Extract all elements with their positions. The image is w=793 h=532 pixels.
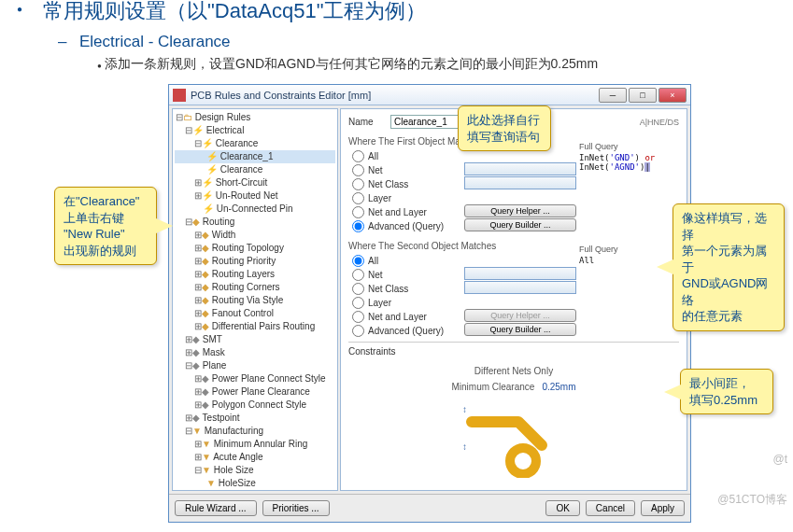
combo-netclass-1[interactable] xyxy=(464,176,576,189)
window-title: PCB Rules and Constraints Editor [mm] xyxy=(191,90,599,101)
radio-all-1[interactable] xyxy=(352,150,364,162)
tree-fanout[interactable]: Fanout Control xyxy=(212,308,274,318)
tree-mfg[interactable]: Manufacturing xyxy=(205,426,263,436)
tree-smt[interactable]: SMT xyxy=(203,334,222,344)
tree-rlayers[interactable]: Routing Layers xyxy=(212,269,275,279)
watermark: @51CTO博客 xyxy=(717,492,787,508)
tree-holesize[interactable]: Hole Size xyxy=(214,465,254,475)
svg-point-0 xyxy=(510,448,536,474)
minimize-button[interactable]: ─ xyxy=(599,88,627,103)
callout-new-rule: 在"Clearance" 上单击右键 "New Rule" 出现新的规则 xyxy=(54,187,157,265)
label-net: Net xyxy=(368,165,383,175)
query-helper-button-1[interactable]: Query Helper ... xyxy=(464,204,576,217)
button-bar: Rule Wizard ... Priorities ... OK Cancel… xyxy=(169,494,690,522)
radio-advanced-2[interactable] xyxy=(352,325,364,337)
tree-rprio[interactable]: Routing Priority xyxy=(212,256,276,266)
tree-unrouted[interactable]: Un-Routed Net xyxy=(216,190,278,201)
radio-all-2[interactable] xyxy=(352,255,364,267)
tree-mask[interactable]: Mask xyxy=(203,347,225,357)
dot-icon: ● xyxy=(97,62,102,70)
label-layer2: Layer xyxy=(368,298,391,308)
radio-netclass-2[interactable] xyxy=(352,283,364,295)
tree-rtopo[interactable]: Routing Topology xyxy=(212,243,284,253)
tree-rvia[interactable]: Routing Via Style xyxy=(212,295,284,305)
label-netclass: Net Class xyxy=(368,179,408,189)
radio-netclass-1[interactable] xyxy=(352,178,364,190)
radio-layer-2[interactable] xyxy=(352,297,364,309)
tree-acute[interactable]: Acute Angle xyxy=(213,452,262,462)
radio-netlayer-2[interactable] xyxy=(352,311,364,323)
tree-electrical[interactable]: Electrical xyxy=(206,125,245,135)
tree-clearance1[interactable]: Clearance_1 xyxy=(220,151,274,161)
slide-description: 添加一条新规则，设置GND和AGND与任何其它网络的元素之间的最小间距为0.25… xyxy=(105,56,598,73)
watermark-at: @t xyxy=(772,453,787,466)
svg-text:↕: ↕ xyxy=(462,404,467,414)
label-advanced: Advanced (Query) xyxy=(368,221,444,231)
different-nets-combo[interactable]: Different Nets Only xyxy=(348,366,679,376)
tree-plane[interactable]: Plane xyxy=(203,360,227,371)
combo-net-1[interactable] xyxy=(464,162,576,175)
tree-unconn[interactable]: Un-Connected Pin xyxy=(217,203,293,214)
priorities-button[interactable]: Priorities ... xyxy=(262,500,330,516)
tree-ppclear[interactable]: Power Plane Clearance xyxy=(212,386,310,397)
tree-short[interactable]: Short-Circuit xyxy=(216,177,268,188)
ok-button[interactable]: OK xyxy=(545,500,579,516)
label-netlayer: Net and Layer xyxy=(368,207,427,217)
tree-clearance2[interactable]: Clearance xyxy=(220,164,263,175)
query-helper-button-2: Query Helper ... xyxy=(464,309,576,322)
cancel-button[interactable]: Cancel xyxy=(586,500,635,516)
label-netlayer2: Net and Layer xyxy=(368,312,427,322)
svg-text:↕: ↕ xyxy=(462,441,467,452)
label-all2: All xyxy=(368,256,378,266)
bullet-icon: ● xyxy=(17,4,22,14)
query-builder-button-1[interactable]: Query Builder ... xyxy=(464,218,576,231)
label-net2: Net xyxy=(368,270,383,280)
combo-net-2[interactable] xyxy=(464,267,576,280)
radio-advanced-1[interactable] xyxy=(352,220,364,232)
name-label: Name xyxy=(348,117,386,127)
rule-wizard-button[interactable]: Rule Wizard ... xyxy=(175,500,257,516)
radio-netlayer-1[interactable] xyxy=(352,206,364,218)
tree-rcorners[interactable]: Routing Corners xyxy=(212,282,280,292)
constraints-label: Constraints xyxy=(348,346,679,357)
apply-button[interactable]: Apply xyxy=(641,500,685,516)
dash-icon: – xyxy=(58,33,66,51)
full-query-label-1: Full Query xyxy=(579,142,677,151)
label-all: All xyxy=(368,151,378,161)
close-button[interactable]: × xyxy=(658,88,687,103)
tree-minann[interactable]: Minimum Annular Ring xyxy=(214,439,308,449)
rule-details-panel: Name A|HNE/DS Where The First Object Mat… xyxy=(340,108,687,491)
query-builder-button-2[interactable]: Query Builder ... xyxy=(464,323,576,336)
tree-polyconn[interactable]: Polygon Connect Style xyxy=(212,399,306,410)
label-netclass2: Net Class xyxy=(368,284,408,294)
clearance-diagram: ↕ ↕ xyxy=(453,394,574,478)
tree-routing[interactable]: Routing xyxy=(203,217,234,227)
rules-tree[interactable]: ⊟🗀 Design Rules ⊟⚡ Electrical ⊟⚡ Clearan… xyxy=(172,108,338,491)
label-layer: Layer xyxy=(368,193,391,203)
radio-layer-1[interactable] xyxy=(352,192,364,204)
min-clearance-input[interactable]: 0.25mm xyxy=(542,382,575,392)
label-advanced2: Advanced (Query) xyxy=(368,326,444,336)
tree-ppconn[interactable]: Power Plane Connect Style xyxy=(212,373,326,384)
query-text-1[interactable]: InNet('GND') or InNet('AGND')| xyxy=(579,153,677,172)
radio-net-1[interactable] xyxy=(352,164,364,176)
slide-subtitle: Electrical - Clearance xyxy=(79,33,231,51)
callout-min-clearance: 最小间距， 填写0.25mm xyxy=(680,369,773,414)
app-icon xyxy=(173,89,186,102)
maximize-button[interactable]: □ xyxy=(629,88,657,103)
callout-query-hint: 此处选择自行 填写查询语句 xyxy=(458,105,551,151)
tree-root[interactable]: Design Rules xyxy=(195,112,250,122)
unique-id: A|HNE/DS xyxy=(640,118,679,127)
tree-testpoint[interactable]: Testpoint xyxy=(203,413,240,423)
tree-diffpair[interactable]: Differential Pairs Routing xyxy=(212,321,315,331)
radio-net-2[interactable] xyxy=(352,269,364,281)
combo-netclass-2[interactable] xyxy=(464,281,576,294)
slide-title: 常用规则设置（以"DataAcq51"工程为例） xyxy=(43,0,426,25)
tree-width[interactable]: Width xyxy=(212,230,236,240)
pcb-rules-window: PCB Rules and Constraints Editor [mm] ─ … xyxy=(168,84,691,523)
callout-query-example: 像这样填写，选择 第一个元素为属于 GND或AGND网络 的任意元素 xyxy=(673,203,785,331)
titlebar: PCB Rules and Constraints Editor [mm] ─ … xyxy=(169,85,690,105)
full-query-label-2: Full Query xyxy=(579,245,677,254)
tree-holesize2[interactable]: HoleSize xyxy=(219,478,256,488)
tree-clearance[interactable]: Clearance xyxy=(216,138,259,148)
